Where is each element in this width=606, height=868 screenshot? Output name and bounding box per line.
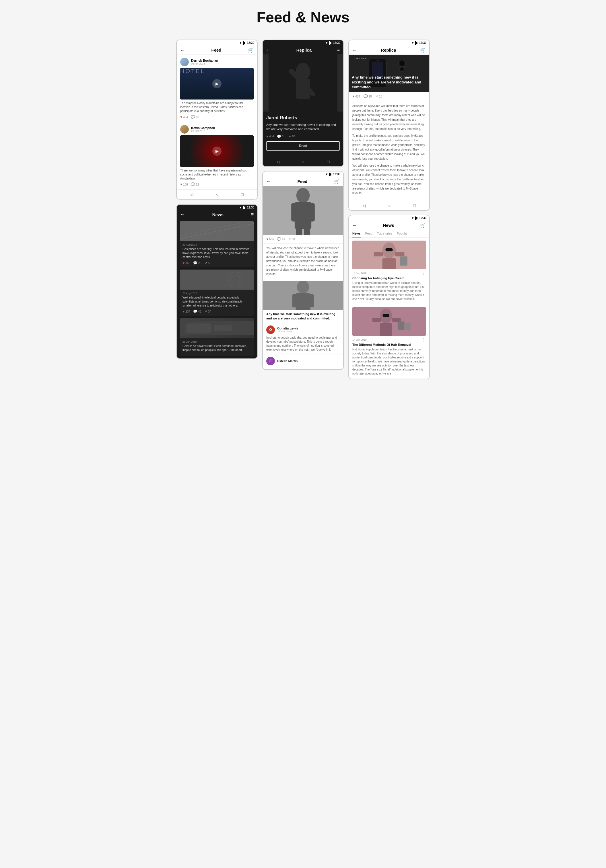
read-button[interactable]: Read [266,141,340,150]
back-nav-icon[interactable]: ◁ [190,192,193,197]
news-article-text-2: Nutritional supplementation has become a… [352,347,426,376]
post-date-2: 26 Oct 2018 [191,130,215,132]
status-bar-article: ▼▐▮ 12:30 [349,40,429,46]
svg-point-29 [377,60,378,61]
home-nav-article[interactable]: ○ [388,203,390,208]
tab-top-stories[interactable]: Top stories [377,230,392,237]
column-1: ▼▐▮ 12:30 ← Feed 🛒 Derrick Buchanan 03 A… [174,37,260,382]
svg-rect-37 [385,248,393,251]
feed-comments-main[interactable]: 💬 44 [277,237,285,241]
home-nav-replica[interactable]: ○ [302,160,305,164]
back-icon-feed[interactable]: ← [180,48,185,53]
feed-long-text-content: You will also lose the chance to make a … [266,246,340,276]
news-topbar-dark: ← News ≡ [177,210,257,219]
square-nav-article[interactable]: □ [413,203,415,208]
svg-rect-48 [398,321,404,330]
svg-rect-21 [304,227,310,235]
play-btn-2[interactable]: ▶ [212,147,222,156]
more-options-1[interactable]: ⋮ [422,271,426,276]
back-icon-news-tabs[interactable]: ← [352,223,357,228]
square-nav-replica[interactable]: □ [327,160,329,164]
article-shares[interactable]: ↗ 10 [375,95,382,98]
menu-icon-news[interactable]: ≡ [251,212,254,217]
replica-comments[interactable]: 💬 10 [277,135,285,138]
tab-news[interactable]: News [352,230,360,237]
article-topbar: ← Replica 🛒 [349,46,429,55]
tab-feed[interactable]: Feed [365,230,373,237]
likes-count-2: 106 [183,183,188,186]
post-item-2: Kevin Campbell 26 Oct 2018 ▶ There are n… [177,122,257,189]
hotel-text: HOTEL [180,68,205,74]
news-image-2 [180,270,254,290]
menu-icon-replica[interactable]: ≡ [337,47,340,53]
news-comments-2[interactable]: 💬 45 [193,309,201,313]
replica-author: Jared Roberts [266,115,340,121]
status-bar-feed2: ▼▐▮ 12:30 [263,172,343,177]
news-comments-count-2: 45 [198,310,201,313]
feed-likes-main[interactable]: ♥ 566 [266,237,274,241]
replica-screen-dark: ▼▐▮ 12:30 ← Replica ≡ [262,40,344,167]
comments-1[interactable]: 💬 10 [191,115,199,119]
page-title: Feed & News [168,0,438,37]
news-card-3: 28 Jun 2018 Color is so powerful that it… [180,318,254,356]
status-icons-article: ▼▐▮ [411,41,418,45]
news-tabs-title: News [383,223,394,228]
news-comments-1[interactable]: 💬 23 [193,261,201,265]
likes-1[interactable]: ♥ 454 [180,115,188,119]
status-icons-replica: ▼▐▮ [325,41,332,45]
svg-rect-9 [214,325,232,331]
more-options-2[interactable]: ⋮ [422,338,426,342]
news-likes-2[interactable]: ♥ 234 [182,309,190,313]
news-article-header-1: 14 Jun 2018 ⋮ [352,271,426,276]
cart-icon-news-tabs[interactable]: 🛒 [420,223,426,228]
heart-icon-2: ♥ [180,182,182,186]
comment-icon-1: 💬 [191,115,195,119]
time-feed2: 12:30 [333,173,340,176]
replica-likes[interactable]: ♥ 454 [266,135,274,138]
feed-article-image [263,186,343,235]
article-comments[interactable]: 💬 10 [364,95,372,98]
news-comment-2: 💬 [193,309,197,313]
back-nav-article[interactable]: ◁ [362,203,365,208]
news-shares-1[interactable]: ↗ 55 [204,261,211,265]
news-shares-count-2: 34 [208,310,211,313]
news-card-content-1: 28 Aug 2018 Gas prices are soaring! This… [180,241,254,267]
article-likes[interactable]: ♥ 454 [352,95,360,98]
time-article: 12:30 [419,41,426,45]
likes-2[interactable]: ♥ 106 [180,182,188,186]
news-shares-2[interactable]: ↗ 34 [204,309,211,313]
svg-rect-49 [405,323,410,330]
replica-article-screen: ▼▐▮ 12:30 ← Replica 🛒 [348,40,430,211]
back-icon-news[interactable]: ← [180,212,185,217]
news-likes-1[interactable]: ♥ 340 [182,261,190,265]
status-bar-replica: ▼▐▮ 12:30 [263,40,343,46]
cart-icon-feed[interactable]: 🛒 [248,47,254,53]
post-text-1: The majestic Rocky Mountains are a major… [180,101,254,113]
home-nav-icon[interactable]: ○ [216,192,218,197]
post-image-1: ▶ HOTEL [180,68,254,99]
cart-icon-article[interactable]: 🛒 [420,47,426,53]
feed-shares-main[interactable]: ↗ 38 [288,237,295,241]
svg-rect-46 [372,318,381,322]
svg-point-34 [401,68,403,70]
back-nav-replica[interactable]: ◁ [276,160,280,164]
square-nav-icon[interactable]: □ [241,192,243,197]
tab-popular[interactable]: Popular [397,230,408,237]
replica-shares[interactable]: ↗ 10 [288,135,295,138]
back-icon-article[interactable]: ← [352,48,357,53]
replica-topbar: ← Replica ≡ [263,46,343,54]
replica-heart: ♥ [266,135,268,138]
cart-icon-feed2[interactable]: 🛒 [334,179,340,184]
feed-small-image [263,281,343,310]
screens-grid: ▼▐▮ 12:30 ← Feed 🛒 Derrick Buchanan 03 A… [168,37,438,382]
svg-rect-20 [296,227,302,235]
svg-rect-39 [374,252,383,256]
article-hero: 02 Sep 2018 Any time we start something … [349,55,429,92]
back-icon-replica[interactable]: ← [266,47,271,53]
news-likes-count-1: 340 [185,262,190,265]
news-title-dark: News [212,212,224,217]
play-btn-1[interactable]: ▶ [212,79,222,88]
comments-2[interactable]: 💬 12 [191,182,199,186]
likes-count-1: 454 [183,116,188,119]
back-icon-feed2[interactable]: ← [266,179,271,184]
